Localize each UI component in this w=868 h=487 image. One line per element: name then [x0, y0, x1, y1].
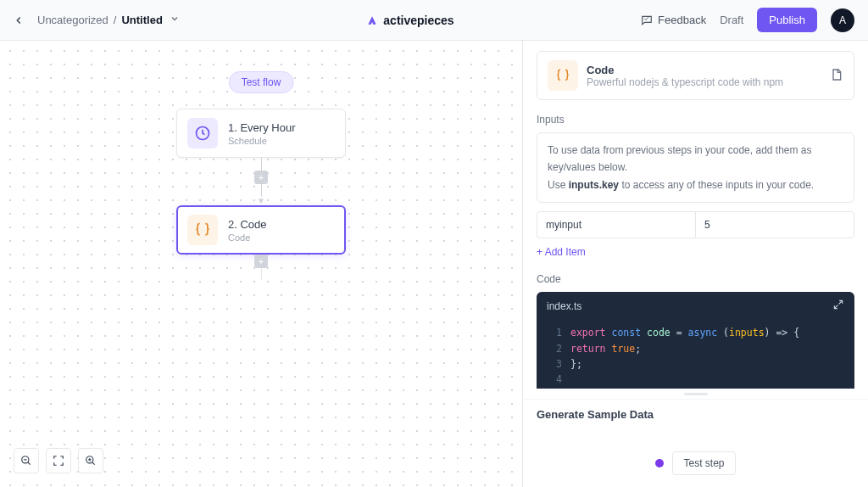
flow-node-code[interactable]: 2. Code Code	[176, 205, 346, 255]
sample-data-section: Generate Sample Data Test step	[523, 399, 868, 487]
flow-tail: +	[254, 255, 268, 280]
svg-line-3	[28, 462, 31, 465]
sample-data-title: Generate Sample Data	[537, 408, 854, 421]
arrow-down-icon: ▼	[257, 197, 265, 205]
avatar[interactable]: A	[831, 8, 854, 32]
zoom-in-icon	[85, 455, 97, 467]
node-title: 2. Code	[228, 218, 335, 231]
test-flow-button[interactable]: Test flow	[229, 71, 294, 93]
app-header: Uncategorized / Untitled activepieces Fe…	[0, 0, 868, 41]
piece-title: Code	[587, 64, 821, 76]
inputs-help-line-1: To use data from previous steps in your …	[548, 142, 843, 176]
brand-logo-icon	[366, 14, 378, 26]
step-settings-panel: Code Powerful nodejs & typescript code w…	[522, 41, 868, 487]
docs-button[interactable]	[830, 68, 843, 84]
test-step-button[interactable]: Test step	[672, 451, 735, 475]
feedback-label: Feedback	[658, 14, 706, 26]
expand-icon	[832, 299, 844, 311]
inputs-help-box: To use data from previous steps in your …	[537, 132, 854, 203]
breadcrumb-title[interactable]: Untitled	[121, 14, 162, 26]
node-subtitle: Code	[228, 232, 335, 243]
flow-connector: + ▼	[254, 158, 268, 205]
svg-line-7	[92, 462, 95, 465]
zoom-in-button[interactable]	[78, 448, 103, 473]
code-section-label: Code	[537, 273, 854, 285]
status-dot-icon	[655, 459, 664, 467]
node-title: 1. Every Hour	[228, 121, 335, 134]
add-step-button[interactable]: +	[254, 255, 268, 268]
braces-icon	[187, 215, 218, 245]
code-editor[interactable]: index.ts 1export const code = async (inp…	[537, 292, 854, 389]
breadcrumb-sep: /	[114, 14, 117, 26]
breadcrumb-category[interactable]: Uncategorized	[37, 14, 108, 26]
fit-view-icon	[53, 455, 64, 467]
braces-icon	[548, 60, 578, 91]
draft-status[interactable]: Draft	[720, 14, 743, 26]
inputs-help-line-2: Use inputs.key to access any of these in…	[548, 176, 843, 193]
input-key-field[interactable]	[537, 211, 695, 238]
breadcrumb: Uncategorized / Untitled	[37, 14, 180, 26]
clock-icon	[187, 118, 218, 148]
zoom-out-button[interactable]	[14, 448, 39, 473]
add-item-button[interactable]: + Add Item	[537, 246, 586, 258]
chevron-left-icon	[13, 14, 25, 26]
expand-editor-button[interactable]	[832, 299, 844, 313]
publish-button[interactable]: Publish	[757, 8, 817, 32]
flow-canvas[interactable]: Test flow 1. Every Hour Schedule + ▼	[0, 41, 522, 487]
brand: activepieces	[366, 14, 453, 27]
back-button[interactable]	[8, 10, 29, 31]
add-step-button[interactable]: +	[254, 171, 268, 184]
chevron-down-icon[interactable]	[170, 14, 180, 26]
brand-name: activepieces	[383, 14, 453, 27]
document-icon	[830, 68, 843, 81]
node-subtitle: Schedule	[228, 136, 335, 146]
piece-header: Code Powerful nodejs & typescript code w…	[537, 51, 854, 100]
input-row	[537, 211, 854, 238]
panel-resize-handle[interactable]	[523, 389, 868, 399]
zoom-out-icon	[20, 455, 32, 467]
draft-label: Draft	[720, 14, 743, 26]
feedback-button[interactable]: Feedback	[641, 14, 706, 26]
code-body[interactable]: 1export const code = async (inputs) => {…	[537, 320, 854, 389]
flow-node-trigger[interactable]: 1. Every Hour Schedule	[176, 109, 346, 158]
input-value-field[interactable]	[695, 211, 854, 238]
fit-view-button[interactable]	[46, 448, 71, 473]
inputs-section-label: Inputs	[537, 114, 854, 126]
piece-subtitle: Powerful nodejs & typescript code with n…	[587, 76, 821, 88]
feedback-icon	[641, 14, 653, 26]
code-filename: index.ts	[547, 300, 581, 312]
